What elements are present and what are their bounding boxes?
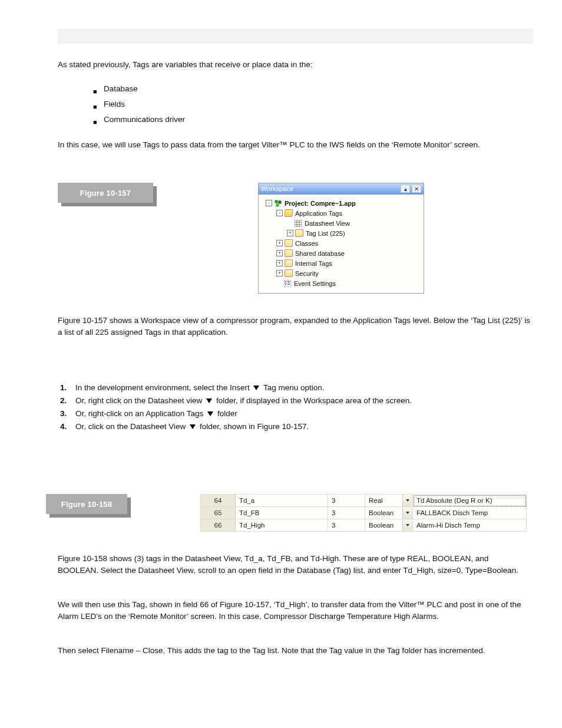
table-row[interactable]: 66 Td_High 3 Boolean Alarm-Hi Disch Temp bbox=[201, 519, 527, 532]
tree-view[interactable]: - Project: Compre~1.app - Application Ta… bbox=[259, 195, 424, 293]
expander-minus-icon[interactable]: - bbox=[276, 210, 283, 216]
cell-size[interactable]: 3 bbox=[328, 495, 365, 507]
para6-text: Then select Filename – Close. This adds … bbox=[58, 645, 523, 657]
step-text: Or, right-click on an Application Tags bbox=[75, 409, 203, 418]
para2-text: In this case, we will use Tags to pass d… bbox=[58, 139, 533, 151]
chevron-down-icon bbox=[206, 398, 212, 403]
row-number: 66 bbox=[201, 519, 236, 532]
svg-rect-3 bbox=[295, 220, 302, 227]
cell-description[interactable]: FALLBACK Disch Temp bbox=[413, 507, 527, 519]
bullet-item: Communications driver bbox=[104, 113, 533, 126]
tree-node-classes[interactable]: + Classes bbox=[261, 238, 421, 248]
workspace-title: Workspace bbox=[261, 185, 399, 192]
table-row[interactable]: 64 Td_a 3 Real Td Absolute (Deg R or K) bbox=[201, 495, 527, 507]
cell-name[interactable]: Td_FB bbox=[236, 507, 328, 519]
workspace-titlebar[interactable]: Workspace ▴ ✕ bbox=[259, 183, 424, 195]
cell-type[interactable]: Boolean bbox=[365, 507, 413, 519]
cell-name[interactable]: Td_High bbox=[236, 519, 328, 532]
cell-type[interactable]: Boolean bbox=[365, 519, 413, 532]
chevron-down-icon bbox=[207, 411, 213, 416]
folder-icon bbox=[295, 230, 303, 237]
figure-label: Figure 10-158 bbox=[46, 494, 131, 518]
step-text: In the development environment, select t… bbox=[75, 383, 250, 392]
svg-rect-9 bbox=[285, 281, 286, 282]
expander-plus-icon[interactable]: + bbox=[276, 260, 283, 266]
step-text: folder bbox=[217, 409, 237, 418]
expander-plus-icon[interactable]: + bbox=[287, 230, 293, 236]
para3-text: Figure 10-157 shows a Workspace view of … bbox=[58, 315, 533, 338]
expander-plus-icon[interactable]: + bbox=[276, 240, 283, 246]
step-number: 4. bbox=[58, 421, 75, 433]
tree-node-event[interactable]: Event Settings bbox=[261, 278, 421, 288]
tree-node-security[interactable]: + Security bbox=[261, 268, 421, 278]
dropdown-button[interactable] bbox=[402, 495, 412, 506]
expander-plus-icon[interactable]: + bbox=[276, 270, 283, 276]
cell-description[interactable]: Td Absolute (Deg R or K) bbox=[413, 495, 527, 507]
folder-icon bbox=[285, 270, 293, 277]
cell-description[interactable]: Alarm-Hi Disch Temp bbox=[413, 519, 527, 532]
para5-text: We will then use this Tag, shown in fiel… bbox=[58, 599, 523, 622]
tree-node-internal[interactable]: + Internal Tags bbox=[261, 258, 421, 268]
svg-point-0 bbox=[275, 200, 278, 203]
step-text: Or, click on the Datasheet View bbox=[75, 422, 186, 431]
procedure-steps: 1. In the development environment, selec… bbox=[58, 382, 533, 434]
cell-size[interactable]: 3 bbox=[328, 519, 365, 532]
bullet-item: Database bbox=[104, 83, 533, 95]
step-text: folder, shown in Figure 10-157. bbox=[200, 422, 309, 431]
chevron-down-icon bbox=[406, 524, 409, 526]
close-button[interactable]: ✕ bbox=[412, 185, 421, 193]
expander-plus-icon[interactable]: + bbox=[276, 250, 283, 256]
step-number: 1. bbox=[58, 382, 75, 394]
cell-type[interactable]: Real bbox=[365, 495, 413, 507]
folder-icon bbox=[285, 240, 293, 247]
dropdown-button[interactable] bbox=[402, 507, 412, 519]
svg-rect-12 bbox=[287, 284, 290, 285]
page-header-bar bbox=[58, 29, 533, 44]
row-number: 65 bbox=[201, 507, 236, 519]
tree-node-project[interactable]: - Project: Compre~1.app bbox=[261, 198, 421, 208]
workspace-pane: Workspace ▴ ✕ - Project: Compre~1.app - … bbox=[258, 183, 424, 294]
tree-node-shared[interactable]: + Shared database bbox=[261, 248, 421, 258]
intro-text: As stated previously, Tags are variables… bbox=[58, 59, 533, 71]
content-top: As stated previously, Tags are variables… bbox=[58, 59, 533, 151]
svg-rect-10 bbox=[287, 281, 290, 282]
folder-icon bbox=[285, 250, 293, 257]
svg-point-2 bbox=[276, 203, 279, 207]
chevron-down-icon bbox=[253, 386, 259, 390]
datasheet-table[interactable]: 64 Td_a 3 Real Td Absolute (Deg R or K) … bbox=[200, 494, 527, 532]
tree-node-taglist[interactable]: + Tag List (225) bbox=[261, 228, 421, 238]
cell-size[interactable]: 3 bbox=[328, 507, 365, 519]
row-number: 64 bbox=[201, 495, 236, 507]
folder-icon bbox=[285, 260, 293, 267]
cell-name[interactable]: Td_a bbox=[236, 495, 328, 507]
bullet-list: ■Database ■Fields ■Communications driver bbox=[93, 83, 533, 129]
collapse-button[interactable]: ▴ bbox=[401, 185, 410, 193]
expander-minus-icon[interactable]: - bbox=[266, 200, 272, 206]
table-row[interactable]: 65 Td_FB 3 Boolean FALLBACK Disch Temp bbox=[201, 507, 527, 519]
tree-node-app-tags[interactable]: - Application Tags bbox=[261, 208, 421, 218]
chevron-down-icon bbox=[190, 424, 196, 429]
chevron-down-icon bbox=[406, 512, 409, 514]
chevron-down-icon bbox=[406, 499, 409, 502]
project-icon bbox=[274, 200, 282, 207]
bullet-item: Fields bbox=[104, 98, 533, 111]
step-text: folder, if displayed in the Workspace ar… bbox=[216, 396, 412, 405]
dropdown-button[interactable] bbox=[402, 519, 412, 531]
step-text: Or, right click on the Datasheet view bbox=[75, 396, 202, 405]
folder-open-icon bbox=[285, 210, 293, 217]
step-number: 3. bbox=[58, 408, 75, 420]
tree-node-datasheet[interactable]: Datasheet View bbox=[261, 218, 421, 228]
step-text: Tag menu option. bbox=[263, 383, 325, 392]
svg-rect-11 bbox=[285, 284, 286, 285]
step-number: 2. bbox=[58, 395, 75, 407]
datasheet-icon bbox=[294, 220, 302, 227]
svg-point-1 bbox=[278, 200, 282, 204]
figure-label: Figure 10-157 bbox=[58, 183, 157, 206]
para4-text: Figure 10-158 shows (3) tags in the Data… bbox=[58, 553, 523, 577]
event-icon bbox=[283, 280, 292, 287]
